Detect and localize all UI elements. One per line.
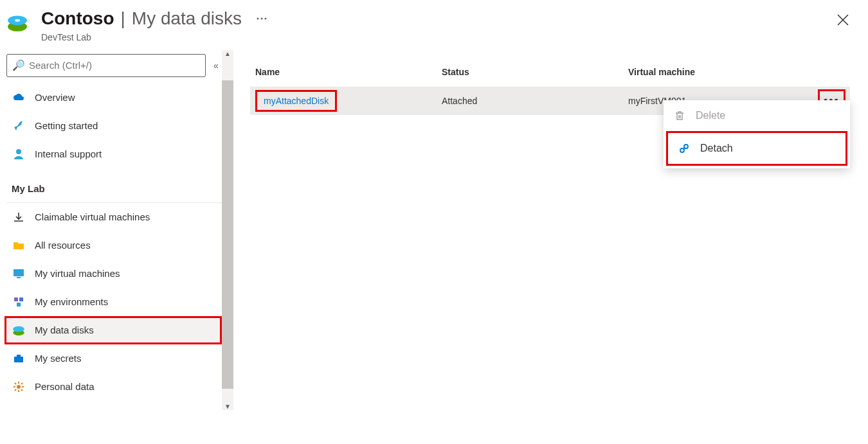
page-title: My data disks xyxy=(132,8,242,30)
download-icon xyxy=(12,210,26,224)
svg-point-10 xyxy=(13,326,24,332)
svg-point-13 xyxy=(17,385,21,389)
monitor-icon xyxy=(12,267,26,281)
column-header-name[interactable]: Name xyxy=(255,67,442,77)
context-menu-item-label: Detach xyxy=(700,143,733,154)
person-icon xyxy=(12,147,26,161)
disk-name-link[interactable]: myAttachedDisk xyxy=(255,90,337,112)
disk-icon xyxy=(6,12,28,33)
sidebar: 🔍 « Overview Getting started Internal su… xyxy=(0,48,222,440)
sidebar-item-label: My virtual machines xyxy=(35,268,120,279)
sidebar-item-label: My environments xyxy=(35,296,108,307)
sidebar-item-label: My data disks xyxy=(35,324,94,335)
svg-rect-11 xyxy=(14,357,23,362)
trash-icon xyxy=(673,110,687,121)
title-separator: | xyxy=(121,8,125,30)
sidebar-item-label: Claimable virtual machines xyxy=(35,211,150,222)
svg-rect-5 xyxy=(17,277,21,278)
context-menu-detach[interactable]: Detach xyxy=(668,133,845,164)
sidebar-item-personal-data[interactable]: Personal data xyxy=(6,373,222,401)
column-header-status[interactable]: Status xyxy=(442,67,628,77)
detach-icon xyxy=(677,143,691,154)
header-more-icon[interactable]: ⋯ xyxy=(256,12,268,26)
svg-point-3 xyxy=(16,149,21,154)
cloud-icon xyxy=(12,91,26,105)
collapse-sidebar-icon[interactable]: « xyxy=(213,60,219,71)
rocket-icon xyxy=(12,119,26,133)
sidebar-item-label: Getting started xyxy=(35,120,98,131)
sidebar-item-all-resources[interactable]: All resources xyxy=(6,231,222,260)
row-context-menu: Delete Detach xyxy=(664,100,850,168)
svg-rect-8 xyxy=(17,303,21,306)
resource-type: DevTest Lab xyxy=(41,32,855,42)
sidebar-item-my-environments[interactable]: My environments xyxy=(6,288,222,316)
briefcase-icon xyxy=(12,351,26,366)
sidebar-item-label: Overview xyxy=(35,92,75,103)
search-input-wrapper[interactable]: 🔍 xyxy=(6,54,206,77)
svg-rect-6 xyxy=(14,297,18,301)
svg-rect-12 xyxy=(17,355,21,357)
disk-icon xyxy=(12,323,26,337)
sidebar-item-label: All resources xyxy=(35,240,91,251)
folder-icon xyxy=(12,238,26,253)
context-menu-item-label: Delete xyxy=(696,110,725,121)
svg-point-2 xyxy=(15,19,21,22)
main-content: Name Status Virtual machine myAttachedDi… xyxy=(222,48,868,440)
search-input[interactable] xyxy=(29,60,200,71)
close-button[interactable] xyxy=(837,14,849,29)
context-menu-delete: Delete xyxy=(664,100,850,131)
column-header-vm[interactable]: Virtual machine xyxy=(628,67,818,77)
page-header: Contoso | My data disks ⋯ DevTest Lab xyxy=(0,0,868,48)
cubes-icon xyxy=(12,295,26,309)
svg-rect-4 xyxy=(14,269,24,276)
gear-icon xyxy=(12,380,26,394)
search-icon: 🔍 xyxy=(12,59,25,71)
sidebar-item-label: My secrets xyxy=(35,353,82,364)
sidebar-item-my-data-disks[interactable]: My data disks xyxy=(5,316,222,344)
sidebar-group-mylab: My Lab xyxy=(6,175,222,203)
table-header: Name Status Virtual machine xyxy=(250,62,850,87)
sidebar-item-my-secrets[interactable]: My secrets xyxy=(6,344,222,373)
resource-name: Contoso xyxy=(41,8,114,30)
sidebar-item-label: Internal support xyxy=(35,148,102,159)
sidebar-item-internal-support[interactable]: Internal support xyxy=(6,140,222,168)
sidebar-item-getting-started[interactable]: Getting started xyxy=(6,112,222,140)
sidebar-item-my-vms[interactable]: My virtual machines xyxy=(6,260,222,288)
sidebar-item-claimable-vms[interactable]: Claimable virtual machines xyxy=(6,203,222,231)
sidebar-item-overview[interactable]: Overview xyxy=(6,84,222,112)
svg-rect-7 xyxy=(19,297,23,301)
sidebar-item-label: Personal data xyxy=(35,381,95,392)
disk-status: Attached xyxy=(442,96,628,106)
